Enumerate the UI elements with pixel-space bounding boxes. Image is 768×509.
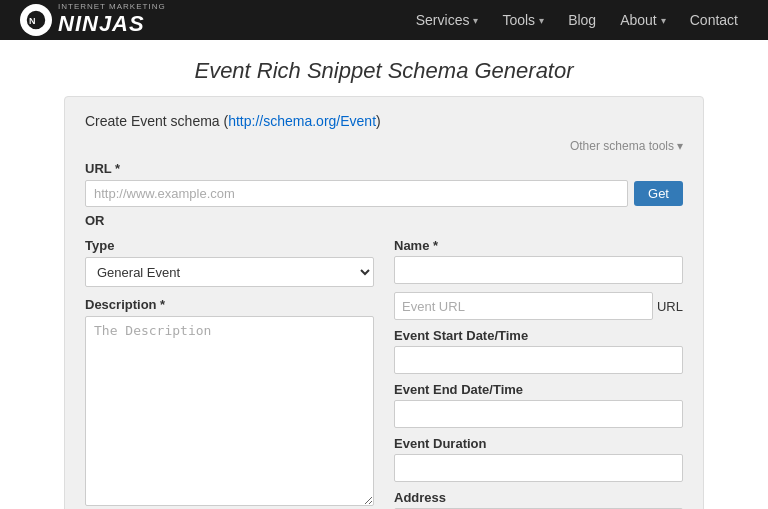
page-title-section: Event Rich Snippet Schema Generator <box>0 40 768 96</box>
event-duration-group: Event Duration <box>394 436 683 482</box>
about-dropdown-icon: ▾ <box>661 15 666 26</box>
event-start-input[interactable] <box>394 346 683 374</box>
event-end-input[interactable] <box>394 400 683 428</box>
nav-services-label: Services <box>416 12 470 28</box>
event-duration-input[interactable] <box>394 454 683 482</box>
name-input[interactable] <box>394 256 683 284</box>
other-schema-tools-button[interactable]: Other schema tools ▾ <box>570 139 683 153</box>
svg-text:N: N <box>29 16 36 26</box>
type-label: Type <box>85 238 374 253</box>
event-end-label: Event End Date/Time <box>394 382 683 397</box>
form-card-title-end: ) <box>376 113 381 129</box>
schema-link[interactable]: http://schema.org/Event <box>228 113 376 129</box>
nav-tools-label: Tools <box>502 12 535 28</box>
page-title: Event Rich Snippet Schema Generator <box>20 58 748 84</box>
nav-link-tools[interactable]: Tools ▾ <box>492 4 554 36</box>
description-textarea[interactable] <box>85 316 374 506</box>
or-label: OR <box>85 213 683 228</box>
url-suffix-label: URL <box>657 299 683 314</box>
type-select[interactable]: General Event BusinessEvent ChildrensEve… <box>85 257 374 287</box>
logo-icon: N <box>20 4 52 36</box>
nav-item-about[interactable]: About ▾ <box>610 4 676 36</box>
two-col-layout: Type General Event BusinessEvent Childre… <box>85 238 683 509</box>
other-schema-tools-area: Other schema tools ▾ <box>85 139 683 153</box>
url-input-row: Get <box>85 180 683 207</box>
name-group: Name * <box>394 238 683 284</box>
nav-contact-label: Contact <box>690 12 738 28</box>
nav-link-blog[interactable]: Blog <box>558 4 606 36</box>
nav-blog-label: Blog <box>568 12 596 28</box>
tools-dropdown-icon: ▾ <box>539 15 544 26</box>
form-card-title-text: Create Event schema ( <box>85 113 228 129</box>
event-end-group: Event End Date/Time <box>394 382 683 428</box>
url-row: URL * Get <box>85 161 683 207</box>
logo[interactable]: N INTERNET MARKETING NINJAS <box>20 3 166 37</box>
address-label: Address <box>394 490 683 505</box>
url-label: URL * <box>85 161 683 176</box>
main-content: Create Event schema (http://schema.org/E… <box>44 96 724 509</box>
event-url-input[interactable] <box>394 292 653 320</box>
navbar: N INTERNET MARKETING NINJAS Services ▾ T… <box>0 0 768 40</box>
services-dropdown-icon: ▾ <box>473 15 478 26</box>
nav-about-label: About <box>620 12 657 28</box>
event-url-row: URL <box>394 292 683 320</box>
nav-item-contact[interactable]: Contact <box>680 4 748 36</box>
logo-name: NINJAS <box>58 11 166 37</box>
event-url-group: URL <box>394 292 683 320</box>
name-label: Name * <box>394 238 683 253</box>
other-schema-arrow-icon: ▾ <box>677 139 683 153</box>
nav-link-contact[interactable]: Contact <box>680 4 748 36</box>
form-card-title: Create Event schema (http://schema.org/E… <box>85 113 683 129</box>
event-start-group: Event Start Date/Time <box>394 328 683 374</box>
nav-link-about[interactable]: About ▾ <box>610 4 676 36</box>
event-start-label: Event Start Date/Time <box>394 328 683 343</box>
right-column: Name * URL Event Start Date/Time Even <box>394 238 683 509</box>
event-duration-label: Event Duration <box>394 436 683 451</box>
nav-item-services[interactable]: Services ▾ <box>406 4 489 36</box>
other-schema-tools-label: Other schema tools <box>570 139 674 153</box>
nav-item-tools[interactable]: Tools ▾ <box>492 4 554 36</box>
description-label: Description * <box>85 297 374 312</box>
nav-link-services[interactable]: Services ▾ <box>406 4 489 36</box>
form-card: Create Event schema (http://schema.org/E… <box>64 96 704 509</box>
url-input[interactable] <box>85 180 628 207</box>
address-group: Address <box>394 490 683 509</box>
get-button[interactable]: Get <box>634 181 683 206</box>
type-group: Type General Event BusinessEvent Childre… <box>85 238 374 287</box>
description-group: Description * <box>85 297 374 509</box>
logo-text-group: INTERNET MARKETING NINJAS <box>58 3 166 37</box>
left-column: Type General Event BusinessEvent Childre… <box>85 238 374 509</box>
logo-tagline: INTERNET MARKETING <box>58 3 166 11</box>
nav-item-blog[interactable]: Blog <box>558 4 606 36</box>
nav-menu: Services ▾ Tools ▾ Blog About ▾ Contact <box>406 4 748 36</box>
